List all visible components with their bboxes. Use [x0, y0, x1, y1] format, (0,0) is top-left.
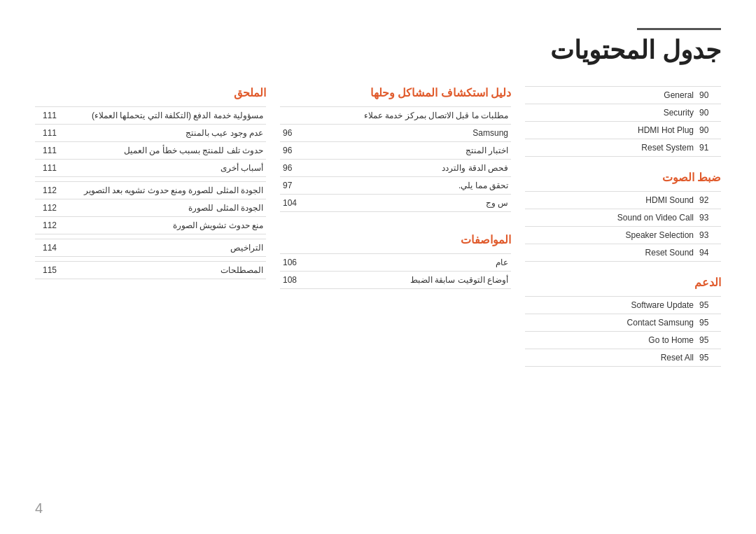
col-left: الملحق مسؤولية خدمة الدفع (التكلفة التي … [35, 86, 266, 513]
table-row: Samsung 96 [280, 125, 511, 142]
toc-num [280, 107, 304, 125]
troubleshooting-section: دليل استكشاف المشاكل وحلها مطلبات ما قبل… [280, 86, 511, 212]
appendix-group2: الجودة المثلى للصورة ومنع حدوث تشويه بعد… [35, 181, 266, 234]
specs-heading: المواصفات [280, 233, 511, 246]
toc-label: Reset All [525, 349, 696, 367]
table-row: 93 Sound on Video Call [525, 209, 721, 227]
table-row: التراخيص 114 [35, 239, 266, 257]
table-row: حدوث تلف للمنتج بسبب خطأ من العميل 111 [35, 142, 266, 160]
table-row: 95 Software Update [525, 297, 721, 314]
toc-num: 90 [696, 122, 721, 139]
table-row: اختبار المنتج 96 [280, 142, 511, 160]
toc-num: 106 [280, 254, 304, 272]
table-row: تحقق مما يلي. 97 [280, 177, 511, 195]
toc-num: 104 [280, 195, 304, 212]
specs-section: المواصفات عام 106 أوضاع التوقيت سابقة ال… [280, 233, 511, 289]
appendix-item-num: 112 [35, 182, 59, 199]
top-table: 90 General 90 Security 90 HDMI Hot Plug … [525, 86, 721, 157]
toc-num: 93 [696, 227, 721, 244]
table-row: س وج 104 [280, 195, 511, 212]
appendix-item-label: حدوث تلف للمنتج بسبب خطأ من العميل [59, 142, 266, 160]
support-heading: الدعم [525, 276, 721, 289]
toc-label: Go to Home [525, 332, 696, 349]
appendix-item-num: 111 [35, 107, 59, 125]
toc-label: اختبار المنتج [304, 142, 511, 160]
troubleshooting-table: مطلبات ما قبل الاتصال بمركز خدمة عملاء S… [280, 106, 511, 212]
sound-table: 92 HDMI Sound 93 Sound on Video Call 93 … [525, 191, 721, 262]
page: جدول المحتويات الملحق مسؤولية خدمة الدفع… [0, 0, 756, 534]
table-row: 92 HDMI Sound [525, 192, 721, 209]
toc-label: س وج [304, 195, 511, 212]
toc-label: Sound on Video Call [525, 209, 696, 227]
toc-label: فحص الدقة والتردد [304, 160, 511, 177]
toc-num: 108 [280, 272, 304, 289]
table-row: 90 Security [525, 104, 721, 122]
toc-num: 95 [696, 332, 721, 349]
support-table: 95 Software Update 95 Contact Samsung 95… [525, 296, 721, 367]
support-section: الدعم 95 Software Update 95 Contact Sams… [525, 276, 721, 367]
toc-num: 95 [696, 314, 721, 332]
troubleshooting-heading: دليل استكشاف المشاكل وحلها [280, 86, 511, 99]
table-row: عدم وجود عيب بالمنتج 111 [35, 125, 266, 142]
toc-label: Contact Samsung [525, 314, 696, 332]
toc-num: 96 [280, 125, 304, 142]
col-middle: دليل استكشاف المشاكل وحلها مطلبات ما قبل… [280, 86, 511, 513]
table-row: المصطلحات 115 [35, 262, 266, 279]
table-row: 94 Reset Sound [525, 244, 721, 262]
appendix-item-label: منع حدوث تشويش الصورة [59, 217, 266, 234]
toc-label: عام [304, 254, 511, 272]
appendix-item-num: 115 [35, 262, 59, 279]
appendix-heading: الملحق [35, 86, 266, 99]
appendix-item-label: المصطلحات [59, 262, 266, 279]
toc-num: 90 [696, 104, 721, 122]
table-row: 95 Contact Samsung [525, 314, 721, 332]
table-row: أسباب أخرى 111 [35, 160, 266, 177]
appendix-item-label: أسباب أخرى [59, 160, 266, 177]
toc-label: HDMI Sound [525, 192, 696, 209]
top-section: 90 General 90 Security 90 HDMI Hot Plug … [525, 86, 721, 157]
appendix-item-num: 114 [35, 239, 59, 257]
table-row: منع حدوث تشويش الصورة 112 [35, 217, 266, 234]
toc-label: General [525, 87, 696, 104]
col-right: 90 General 90 Security 90 HDMI Hot Plug … [525, 86, 721, 513]
toc-label: Speaker Selection [525, 227, 696, 244]
toc-label: Security [525, 104, 696, 122]
toc-num: 94 [696, 244, 721, 262]
table-row: 91 Reset System [525, 139, 721, 157]
appendix-item-num: 112 [35, 217, 59, 234]
toc-num: 92 [696, 192, 721, 209]
toc-num: 97 [280, 177, 304, 195]
appendix-item-label: التراخيص [59, 239, 266, 257]
appendix-item-label: الجودة المثلى للصورة ومنع حدوث تشويه بعد… [59, 182, 266, 199]
table-row: فحص الدقة والتردد 96 [280, 160, 511, 177]
toc-label: HDMI Hot Plug [525, 122, 696, 139]
toc-num: 96 [280, 160, 304, 177]
toc-num: 93 [696, 209, 721, 227]
table-row: مسؤولية خدمة الدفع (التكلفة التي يتحملها… [35, 107, 266, 125]
appendix-item-num: 111 [35, 125, 59, 142]
appendix-item-num: 111 [35, 142, 59, 160]
toc-num: 91 [696, 139, 721, 157]
toc-label: أوضاع التوقيت سابقة الضبط [304, 272, 511, 289]
appendix-group3: التراخيص 114 [35, 239, 266, 257]
toc-label: تحقق مما يلي. [304, 177, 511, 195]
table-row: 90 HDMI Hot Plug [525, 122, 721, 139]
appendix-group4: المصطلحات 115 [35, 261, 266, 279]
table-row: 90 General [525, 87, 721, 104]
table-row: 95 Go to Home [525, 332, 721, 349]
table-row: 93 Speaker Selection [525, 227, 721, 244]
table-row: عام 106 [280, 254, 511, 272]
table-row: الجودة المثلى للصورة ومنع حدوث تشويه بعد… [35, 182, 266, 199]
toc-label: مطلبات ما قبل الاتصال بمركز خدمة عملاء [304, 107, 511, 125]
table-row: أوضاع التوقيت سابقة الضبط 108 [280, 272, 511, 289]
sound-section: ضبط الصوت 92 HDMI Sound 93 Sound on Vide… [525, 171, 721, 262]
toc-label: Reset System [525, 139, 696, 157]
toc-num: 90 [696, 87, 721, 104]
appendix-group1: مسؤولية خدمة الدفع (التكلفة التي يتحملها… [35, 106, 266, 177]
page-number: 4 [35, 500, 43, 517]
table-row: مطلبات ما قبل الاتصال بمركز خدمة عملاء [280, 107, 511, 125]
appendix-item-label: مسؤولية خدمة الدفع (التكلفة التي يتحملها… [59, 107, 266, 125]
title-area: جدول المحتويات [35, 28, 721, 65]
table-row: 95 Reset All [525, 349, 721, 367]
appendix-item-label: الجودة المثلى للصورة [59, 199, 266, 217]
